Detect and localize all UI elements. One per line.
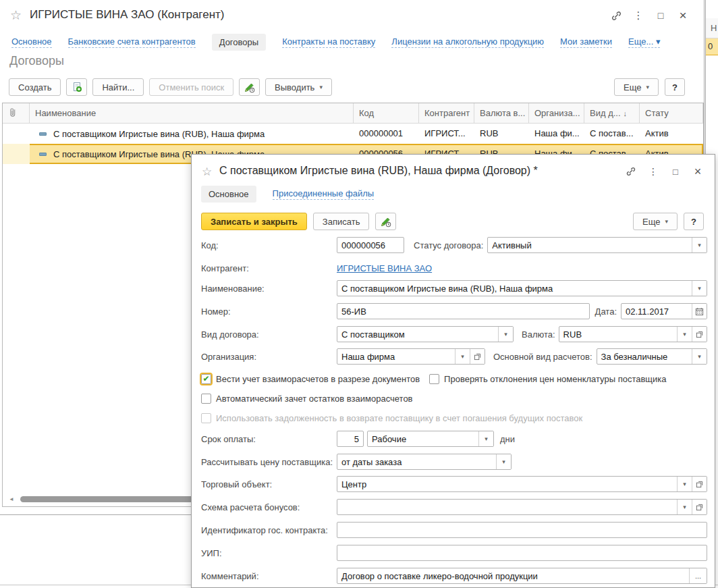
checkbox-label[interactable]: Проверять отклонения цен номенклатуры по… (444, 374, 666, 384)
column-header-currency[interactable]: Валюта в... (474, 103, 529, 123)
settlement-label: Основной вид расчетов: (493, 352, 592, 362)
open-icon[interactable] (692, 500, 707, 514)
create-button[interactable]: Создать (9, 78, 61, 96)
tab-my-notes[interactable]: Мои заметки (560, 36, 612, 48)
column-header-counterparty[interactable]: Контрагент (419, 103, 474, 123)
column-header-kind[interactable]: Вид д...↓ (584, 103, 640, 123)
close-icon[interactable]: × (692, 165, 704, 178)
paperclip-icon[interactable] (3, 103, 30, 123)
payment-term-unit-select[interactable]: Рабочие ▾ (367, 431, 494, 447)
currency-label: Валюта: (522, 329, 555, 340)
column-header-organization[interactable]: Организа... (529, 103, 584, 123)
cell-code: 000000001 (354, 124, 419, 144)
open-icon[interactable] (470, 349, 485, 364)
change-history-button[interactable] (239, 78, 260, 96)
table-row[interactable]: С поставщиком Игристые вина (RUB), Наша … (3, 124, 703, 144)
sort-descending-icon: ↓ (624, 109, 628, 117)
column-header-status[interactable]: Стату (640, 103, 703, 123)
maximize-icon[interactable]: □ (669, 165, 682, 178)
dropdown-icon[interactable]: ▾ (496, 454, 511, 469)
tab-alcohol-licenses[interactable]: Лицензии на алкогольную продукцию (391, 36, 544, 48)
comment-field[interactable]: Договор о поставке ликеро-водочной проду… (337, 568, 707, 584)
cancel-search-button[interactable]: Отменить поиск (149, 78, 233, 96)
number-label: Номер: (201, 306, 337, 317)
checkbox-label: Использовать задолженность в возврате по… (216, 413, 582, 423)
dropdown-icon[interactable]: ▾ (692, 281, 707, 296)
gov-contract-field[interactable] (337, 522, 707, 538)
get-link-icon[interactable] (625, 165, 637, 178)
tab-attached-files[interactable]: Присоединенные файлы (273, 188, 375, 200)
checkbox-track-by-documents[interactable]: ✔ (201, 374, 211, 384)
name-field[interactable]: С поставщиком Игристые вина (RUB), Наша … (337, 280, 707, 296)
cell-name: С поставщиком Игристые вина (RUB), Наша … (30, 124, 354, 144)
open-icon[interactable] (692, 327, 707, 342)
favorite-star-icon[interactable]: ☆ (10, 7, 22, 23)
help-button[interactable]: ? (665, 78, 685, 96)
get-link-icon[interactable] (610, 9, 622, 22)
maximize-icon[interactable]: □ (655, 9, 667, 22)
dropdown-icon[interactable]: ▾ (498, 327, 513, 342)
dropdown-icon[interactable]: ▾ (455, 349, 470, 364)
scroll-left-icon[interactable]: ◄ (3, 496, 20, 502)
more-button[interactable]: Еще▾ (614, 78, 659, 96)
tab-more[interactable]: Еще... ▾ (628, 36, 660, 48)
checkbox-label[interactable]: Вести учет взаиморасчетов в разрезе доку… (216, 374, 420, 384)
code-label: Код: (201, 240, 337, 250)
date-field[interactable]: 02.11.2017 (621, 303, 707, 319)
column-header-code[interactable]: Код (354, 103, 419, 123)
comment-expand-button[interactable]: ... (689, 568, 707, 583)
window-menu-icon[interactable]: ⋮ (632, 9, 644, 22)
window-menu-icon[interactable]: ⋮ (647, 165, 659, 178)
trade-object-label: Торговый объект: (201, 479, 337, 489)
settlement-select[interactable]: За безналичные ▾ (597, 348, 707, 365)
dropdown-icon[interactable]: ▾ (677, 477, 692, 491)
output-button[interactable]: Выводить▾ (265, 78, 332, 96)
checkbox-check-price-deviation[interactable] (429, 374, 439, 384)
close-icon[interactable]: × (677, 9, 689, 22)
dialog-command-bar-right: Еще▾ ? (633, 213, 704, 230)
number-field[interactable]: 56-ИВ (337, 303, 590, 319)
status-select[interactable]: Активный ▾ (487, 237, 707, 253)
dropdown-icon[interactable]: ▾ (677, 500, 692, 514)
bonus-scheme-select[interactable]: ▾ (337, 499, 707, 515)
contract-item-icon (39, 132, 47, 136)
contract-dialog: ☆ С поставщиком Игристые вина (RUB), Наш… (191, 154, 715, 588)
trade-object-select[interactable]: Центр ▾ (337, 476, 707, 492)
list-toolbar-right: Еще▾ ? (614, 78, 685, 96)
save-button[interactable]: Записать (313, 213, 370, 230)
price-calc-select[interactable]: от даты заказа ▾ (337, 454, 512, 470)
counterparty-link[interactable]: ИГРИСТЫЕ ВИНА ЗАО (337, 263, 432, 273)
tab-bank-accounts[interactable]: Банковские счета контрагентов (68, 36, 196, 48)
checkbox-auto-offset[interactable] (201, 394, 211, 404)
payment-term-field[interactable]: 5 (337, 431, 364, 447)
chevron-down-icon: ▾ (646, 84, 649, 90)
change-history-button[interactable] (375, 213, 396, 230)
tab-supply-contracts[interactable]: Контракты на поставку (282, 36, 375, 48)
checkbox-label[interactable]: Автоматический зачет остатков взаиморасч… (216, 394, 413, 404)
more-button[interactable]: Еще▾ (633, 213, 678, 230)
currency-select[interactable]: RUB ▾ (559, 326, 707, 342)
window-title: ИГРИСТЫЕ ВИНА ЗАО (Контрагент) (30, 8, 225, 22)
uip-field[interactable] (337, 545, 707, 561)
calendar-icon[interactable] (692, 304, 707, 319)
help-button[interactable]: ? (684, 213, 704, 230)
tab-osnovnoe[interactable]: Основное (11, 36, 52, 48)
code-field[interactable]: 000000056 (337, 237, 404, 253)
bonus-scheme-label: Схема расчета бонусов: (201, 502, 337, 512)
kind-select[interactable]: С поставщиком ▾ (337, 326, 514, 342)
column-header-name[interactable]: Наименование (30, 103, 354, 123)
save-and-close-button[interactable]: Записать и закрыть (201, 213, 307, 230)
open-icon[interactable] (692, 477, 707, 491)
organization-select[interactable]: Наша фирма ▾ (337, 348, 485, 365)
tab-osnovnoe[interactable]: Основное (201, 186, 256, 203)
dropdown-icon[interactable]: ▾ (692, 238, 707, 252)
cell-status: Актив (640, 124, 703, 144)
dropdown-icon[interactable]: ▾ (677, 327, 692, 342)
tab-dogovory[interactable]: Договоры (212, 34, 266, 51)
find-button[interactable]: Найти... (92, 78, 144, 96)
favorite-star-icon[interactable]: ☆ (202, 165, 212, 179)
name-label: Наименование: (201, 284, 337, 294)
dropdown-icon[interactable]: ▾ (692, 349, 707, 364)
dropdown-icon[interactable]: ▾ (478, 431, 493, 446)
create-copy-button[interactable] (66, 78, 87, 96)
